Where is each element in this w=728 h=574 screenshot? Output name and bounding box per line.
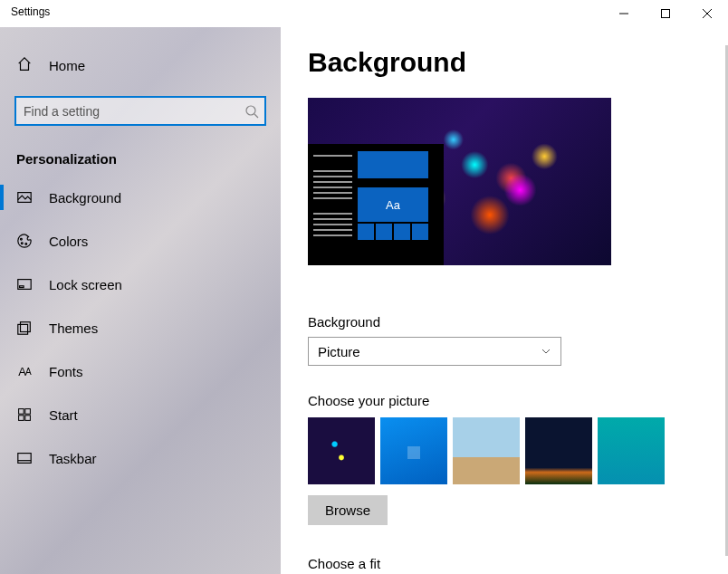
themes-icon — [16, 320, 33, 336]
thumbnail-paint-splash[interactable] — [308, 417, 375, 484]
svg-rect-17 — [25, 416, 31, 421]
home-label: Home — [49, 58, 85, 73]
svg-rect-11 — [20, 286, 24, 288]
svg-rect-16 — [19, 416, 24, 421]
search-input[interactable] — [14, 96, 266, 126]
nav-label: Colors — [49, 234, 88, 249]
preview-sample-text: Aa — [358, 187, 428, 222]
picture-icon — [16, 189, 33, 206]
nav-lockscreen[interactable]: Lock screen — [0, 263, 281, 306]
svg-rect-14 — [19, 409, 24, 415]
background-dropdown[interactable]: Picture — [308, 337, 561, 366]
home-icon — [16, 56, 33, 75]
taskbar-icon — [16, 450, 33, 466]
nav-label: Lock screen — [49, 277, 122, 292]
nav-taskbar[interactable]: Taskbar — [0, 436, 281, 480]
dropdown-value: Picture — [318, 344, 360, 359]
page-title: Background — [308, 47, 701, 78]
svg-point-7 — [21, 238, 23, 240]
nav-start[interactable]: Start — [0, 393, 281, 436]
thumbnail-night-camp[interactable] — [525, 417, 592, 484]
start-icon — [16, 407, 33, 423]
nav-background[interactable]: Background — [0, 176, 281, 219]
maximize-button[interactable] — [645, 0, 686, 27]
svg-point-9 — [25, 244, 27, 245]
preview-startmenu: Aa — [308, 144, 444, 253]
nav-themes[interactable]: Themes — [0, 306, 281, 349]
window-title: Settings — [11, 5, 50, 18]
nav-fonts[interactable]: AA Fonts — [0, 349, 281, 393]
nav-colors[interactable]: Colors — [0, 219, 281, 263]
lockscreen-icon — [16, 276, 33, 292]
svg-rect-13 — [18, 324, 28, 334]
svg-rect-12 — [21, 322, 31, 332]
browse-button[interactable]: Browse — [308, 495, 388, 525]
svg-point-4 — [246, 106, 255, 115]
category-header: Personalization — [16, 151, 281, 167]
svg-rect-1 — [662, 10, 670, 18]
background-label: Background — [308, 314, 701, 330]
fonts-icon: AA — [16, 363, 33, 379]
svg-rect-15 — [25, 409, 31, 415]
nav-label: Themes — [49, 320, 98, 336]
nav-list: Background Colors Lock screen Themes — [0, 176, 281, 480]
thumbnail-beach-rocks[interactable] — [453, 417, 520, 484]
desktop-preview: Aa — [308, 98, 611, 265]
close-button[interactable] — [686, 0, 728, 27]
chevron-down-icon — [541, 344, 551, 359]
thumbnail-windows-blue[interactable] — [380, 417, 447, 484]
svg-rect-18 — [18, 454, 31, 464]
svg-point-8 — [21, 243, 23, 244]
titlebar: Settings — [0, 0, 728, 27]
search-icon — [244, 104, 259, 119]
nav-label: Background — [49, 190, 121, 206]
home-link[interactable]: Home — [0, 47, 281, 83]
nav-label: Fonts — [49, 364, 83, 379]
sidebar: Home Personalization Background Colors — [0, 27, 281, 574]
thumbnail-underwater[interactable] — [598, 417, 665, 484]
search-wrap — [14, 96, 266, 126]
nav-label: Start — [49, 407, 78, 423]
preview-taskbar — [308, 253, 444, 265]
picture-thumbnails — [308, 417, 701, 484]
choose-fit-label: Choose a fit — [308, 556, 701, 571]
nav-label: Taskbar — [49, 451, 97, 466]
palette-icon — [16, 233, 33, 249]
svg-line-5 — [254, 114, 258, 118]
content: Background Aa Background Picture — [281, 27, 728, 574]
minimize-button[interactable] — [603, 0, 645, 27]
choose-picture-label: Choose your picture — [308, 393, 701, 408]
